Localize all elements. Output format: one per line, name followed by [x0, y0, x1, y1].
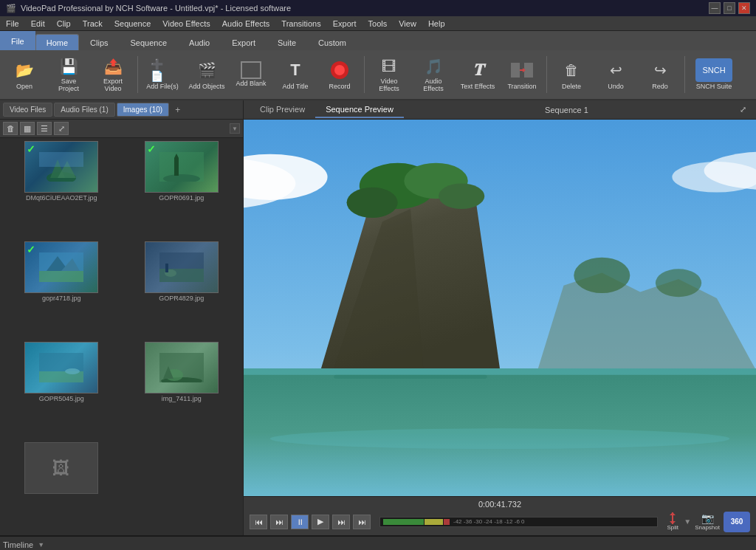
toolbar-separator-3: [546, 56, 547, 93]
add-title-icon: T: [284, 58, 307, 82]
maximize-button[interactable]: □: [724, 2, 735, 14]
delete-icon: 🗑: [560, 58, 583, 82]
export-video-button[interactable]: 📤 Export Video: [92, 53, 134, 96]
menu-sequence[interactable]: Sequence: [109, 16, 157, 31]
thumbnail-item[interactable]: ✓ DMqt6CiUEAAO2ET.jpg: [3, 141, 120, 238]
tab-sequence[interactable]: Sequence: [120, 34, 179, 50]
record-label: Record: [329, 83, 350, 91]
menu-help[interactable]: Help: [422, 16, 451, 31]
pause-button[interactable]: ⏸: [291, 515, 309, 529]
tab-clips[interactable]: Clips: [79, 34, 119, 50]
minimize-button[interactable]: —: [709, 2, 721, 14]
close-button[interactable]: ✕: [738, 2, 750, 14]
level-bar-yellow: [425, 519, 443, 525]
thumbnail-item[interactable]: ✓ gopr4718.jpg: [3, 241, 120, 339]
add-title-button[interactable]: T Add Title: [274, 53, 317, 96]
save-project-button[interactable]: 💾 Save Project: [47, 53, 90, 96]
tab-export[interactable]: Export: [221, 34, 267, 50]
scroll-control[interactable]: ▼: [230, 123, 240, 134]
titlebar-controls: — □ ✕: [709, 2, 750, 14]
menu-clip[interactable]: Clip: [51, 16, 77, 31]
snapshot-label: Snapshot: [695, 524, 720, 531]
menu-tools[interactable]: Tools: [362, 16, 394, 31]
menu-view[interactable]: View: [393, 16, 422, 31]
timeline: Timeline ▼ 0:00:00.000 0:01:00.000 0:02:…: [0, 535, 756, 550]
split-dropdown[interactable]: ▼: [684, 518, 691, 526]
toolbar: 📂 Open 💾 Save Project 📤 Export Video ➕📄 …: [0, 50, 756, 100]
menu-edit[interactable]: Edit: [25, 16, 51, 31]
tab-custom[interactable]: Custom: [307, 34, 357, 50]
view-grid-button[interactable]: ▦: [20, 122, 35, 135]
add-files-icon: ➕📄: [151, 58, 174, 82]
menu-transitions[interactable]: Transitions: [275, 16, 326, 31]
tab-audio-files[interactable]: Audio Files (1): [54, 103, 114, 117]
video-effects-label: Video Effects: [371, 78, 408, 93]
tab-audio[interactable]: Audio: [178, 34, 221, 50]
preview-tabs: Clip Preview Sequence Preview Sequence 1…: [244, 100, 756, 120]
video-effects-button[interactable]: 🎞 Video Effects: [368, 53, 410, 96]
snch-label: SNCH Suite: [696, 83, 732, 91]
delete-button[interactable]: 🗑 Delete: [550, 53, 593, 96]
menu-video-effects[interactable]: Video Effects: [157, 16, 216, 31]
add-tab-button[interactable]: +: [171, 103, 185, 117]
snapshot-button[interactable]: 📷 Snapshot: [693, 511, 721, 532]
audio-effects-button[interactable]: 🎵 Audio Effects: [412, 53, 455, 96]
skip-to-end-button[interactable]: ⏭: [353, 515, 371, 529]
snch-suite-button[interactable]: SNCH SNCH Suite: [688, 53, 740, 96]
text-effects-icon: 𝐓: [466, 58, 489, 82]
titlebar: 🎬 VideoPad Professional by NCH Software …: [0, 0, 756, 16]
add-objects-button[interactable]: 🎬 Add Objects: [185, 53, 228, 96]
tab-file[interactable]: File: [0, 31, 35, 50]
step-forward-button[interactable]: ⏭: [332, 515, 350, 529]
menu-audio-effects[interactable]: Audio Effects: [216, 16, 276, 31]
menu-track[interactable]: Track: [77, 16, 109, 31]
text-effects-button[interactable]: 𝐓 Text Effects: [456, 53, 499, 96]
timeline-header: Timeline ▼ 0:00:00.000 0:01:00.000 0:02:…: [0, 537, 756, 550]
add-files-label: Add File(s): [146, 83, 179, 91]
redo-button[interactable]: ↪ Redo: [639, 53, 681, 96]
thumbnail-item[interactable]: 🖼: [3, 442, 120, 532]
svg-point-56: [270, 428, 729, 449]
tab-home[interactable]: Home: [35, 34, 79, 50]
view-list-button[interactable]: ☰: [37, 122, 52, 135]
level-bar-red: [444, 519, 450, 525]
thumbnail-item[interactable]: GOPR4829.jpg: [123, 241, 241, 339]
menu-file[interactable]: File: [0, 16, 25, 31]
split-button[interactable]: Split: [664, 511, 681, 532]
skip-to-start-button[interactable]: ⏮: [250, 515, 267, 529]
tab-images[interactable]: Images (10): [117, 103, 169, 117]
thumbnail-item[interactable]: img_7411.jpg: [123, 342, 241, 439]
svg-point-1: [334, 65, 345, 75]
thumbnail-label: GOPR0691.jpg: [159, 194, 204, 202]
thumbnail-item[interactable]: GOPR5045.jpg: [3, 342, 120, 439]
add-files-button[interactable]: ➕📄 Add File(s): [141, 53, 184, 96]
timeline-text: Timeline: [3, 540, 33, 549]
record-icon: [328, 58, 351, 82]
record-button[interactable]: Record: [318, 53, 361, 96]
toolbar-separator-1: [137, 56, 138, 93]
menu-export[interactable]: Export: [327, 16, 362, 31]
add-blank-button[interactable]: Add Blank: [230, 53, 272, 96]
clip-preview-tab[interactable]: Clip Preview: [250, 102, 315, 118]
thumbnail-image: [24, 342, 98, 393]
step-back-button[interactable]: ⏭: [270, 515, 288, 529]
thumbnail-item[interactable]: ✓ GOPR0691.jpg: [123, 141, 241, 238]
transition-button[interactable]: Transition: [501, 53, 543, 96]
open-button[interactable]: 📂 Open: [3, 53, 46, 96]
delete-file-button[interactable]: 🗑: [3, 122, 18, 135]
360-button[interactable]: 360: [724, 512, 750, 532]
sequence-preview-tab[interactable]: Sequence Preview: [315, 102, 404, 118]
timeline-dropdown[interactable]: ▼: [38, 541, 44, 549]
video-preview: [244, 120, 756, 496]
svg-point-44: [439, 183, 484, 209]
preview-expand-button[interactable]: ⤢: [735, 103, 750, 117]
tab-video-files[interactable]: Video Files: [3, 103, 52, 117]
undo-button[interactable]: ↩ Undo: [594, 53, 637, 96]
tab-suite[interactable]: Suite: [267, 34, 307, 50]
expand-button[interactable]: ⤢: [54, 122, 69, 135]
play-button[interactable]: ▶: [312, 515, 329, 529]
audio-effects-icon: 🎵: [422, 56, 445, 77]
svg-rect-13: [174, 158, 179, 176]
svg-rect-16: [39, 271, 83, 282]
transition-icon: [510, 58, 534, 82]
